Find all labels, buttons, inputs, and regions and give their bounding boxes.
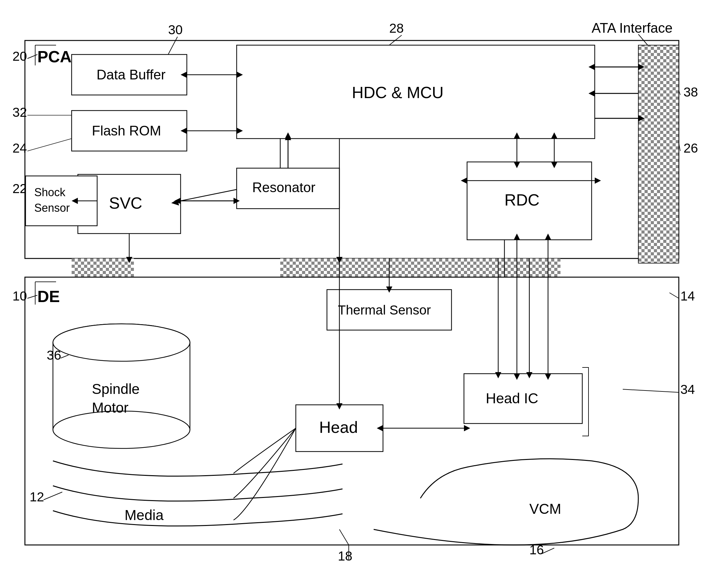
ref-22: 22 [12, 181, 27, 196]
rdc-label: RDC [504, 191, 540, 209]
ref-38: 38 [683, 85, 698, 99]
de-label: DE [37, 287, 60, 305]
ref-36: 36 [47, 348, 61, 362]
ref-14: 14 [680, 289, 695, 303]
ref-30: 30 [168, 22, 183, 37]
ref-18: 18 [338, 549, 352, 563]
head-label: Head [319, 418, 358, 436]
media-label: Media [125, 507, 164, 523]
pca-label: PCA [37, 48, 72, 66]
ref-12: 12 [30, 490, 44, 504]
svg-rect-58 [280, 258, 560, 277]
ref-28: 28 [389, 21, 404, 35]
head-ic-label: Head IC [486, 390, 538, 406]
spindle-motor-label: Spindle [92, 381, 139, 397]
spindle-motor-label2: Motor [92, 400, 129, 416]
flash-rom-label: Flash ROM [92, 123, 161, 138]
resonator-label: Resonator [252, 180, 315, 195]
svg-rect-22 [638, 45, 679, 263]
svc-label: SVC [109, 194, 142, 212]
ata-interface-label: ATA Interface [592, 20, 673, 35]
ref-34: 34 [680, 382, 695, 397]
svg-point-69 [53, 324, 190, 361]
shock-sensor-label2: Sensor [34, 201, 70, 214]
vcm-label: VCM [529, 501, 561, 517]
ref-32: 32 [12, 105, 27, 120]
data-buffer-label: Data Buffer [97, 67, 166, 82]
ref-26: 26 [683, 141, 698, 155]
ref-24: 24 [12, 141, 27, 155]
shock-sensor-label: Shock [34, 186, 66, 199]
svg-point-68 [53, 411, 190, 448]
hdc-mcu-label: HDC & MCU [352, 83, 444, 102]
thermal-sensor-label: Thermal Sensor [338, 303, 431, 317]
diagram: PCA 20 Data Buffer 30 Flash ROM 32 24 22… [0, 0, 728, 568]
ref-20: 20 [12, 49, 27, 64]
ref-10: 10 [12, 289, 27, 303]
svg-rect-57 [72, 258, 134, 277]
